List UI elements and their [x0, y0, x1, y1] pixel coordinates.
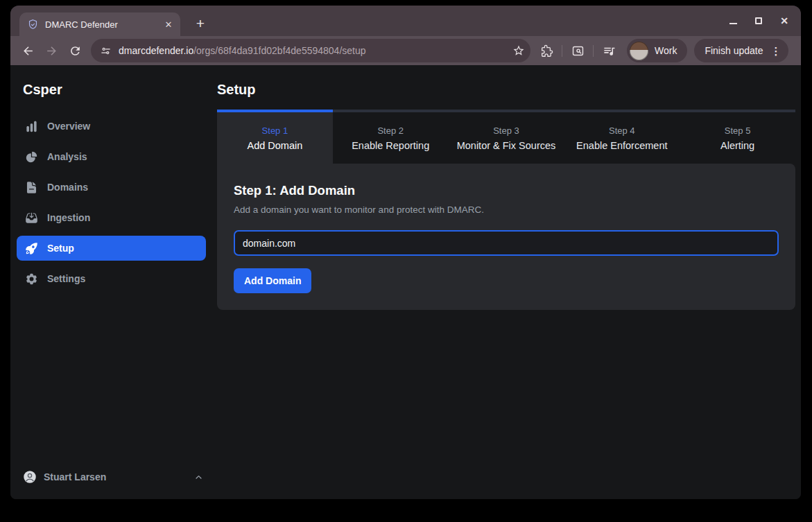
sidebar-item-label: Setup	[47, 243, 74, 254]
finish-update-label: Finish update	[705, 45, 763, 56]
bar-chart-icon	[25, 120, 38, 133]
sidebar-item-domains[interactable]: Domains	[17, 175, 206, 200]
site-info-icon[interactable]	[100, 45, 112, 57]
step-label: Alerting	[720, 140, 754, 151]
sidebar-item-settings[interactable]: Settings	[17, 266, 206, 291]
reload-button[interactable]	[63, 39, 87, 62]
browser-toolbar: dmarcdefender.io/orgs/68f4da91fd02bf4de5…	[10, 36, 801, 65]
tab-step-1-add-domain[interactable]: Step 1 Add Domain	[217, 110, 333, 164]
media-queue-icon	[603, 44, 616, 58]
add-domain-card: Step 1: Add Domain Add a domain you want…	[217, 164, 795, 310]
window-close-button[interactable]: ✕	[779, 15, 790, 26]
sidebar-item-label: Settings	[47, 273, 85, 284]
main-content: Setup Step 1 Add Domain Step 2 Enable Re…	[217, 65, 801, 499]
card-heading: Step 1: Add Domain	[234, 183, 779, 198]
toolbar-divider	[562, 45, 562, 57]
finish-update-button[interactable]: Finish update ⋮	[694, 39, 788, 62]
document-icon	[25, 181, 38, 194]
puzzle-icon	[540, 44, 553, 58]
reload-icon	[69, 44, 82, 58]
window-controls: ✕	[727, 6, 790, 36]
tab-close-icon[interactable]: ✕	[162, 18, 175, 31]
side-panel-button[interactable]	[566, 39, 589, 62]
tab-title: DMARC Defender	[45, 19, 156, 30]
maximize-button[interactable]	[753, 15, 764, 26]
step-number: Step 3	[493, 125, 519, 136]
sidebar-item-analysis[interactable]: Analysis	[17, 144, 206, 169]
pie-chart-icon	[25, 150, 38, 164]
step-number: Step 1	[262, 125, 288, 136]
tab-step-2-enable-reporting[interactable]: Step 2 Enable Reporting	[333, 110, 449, 164]
app-page: Csper Overview Analysis Domains Ingestio…	[10, 65, 801, 499]
sidebar-item-label: Domains	[47, 182, 88, 193]
sidebar-item-ingestion[interactable]: Ingestion	[17, 205, 206, 230]
tab-step-3-monitor-fix-sources[interactable]: Step 3 Monitor & Fix Sources	[449, 110, 564, 164]
profile-button[interactable]: Work	[627, 39, 687, 62]
browser-tab[interactable]: DMARC Defender ✕	[19, 12, 180, 36]
browser-menu-icon[interactable]: ⋮	[770, 46, 781, 56]
shield-favicon	[27, 19, 39, 31]
sidebar-item-setup[interactable]: Setup	[17, 236, 206, 261]
url-bar[interactable]: dmarcdefender.io/orgs/68f4da91fd02bf4de5…	[91, 39, 530, 62]
forward-button[interactable]	[40, 39, 63, 62]
step-tabs: Step 1 Add Domain Step 2 Enable Reportin…	[217, 110, 795, 164]
url-domain: dmarcdefender.io	[119, 45, 193, 56]
url-path: /orgs/68f4da91fd02bf4de5594804/setup	[193, 45, 365, 56]
browser-window: DMARC Defender ✕ + ✕ dmarcdefender.io/or…	[10, 6, 801, 499]
brand-title: Csper	[10, 82, 217, 98]
domain-input[interactable]	[234, 230, 779, 256]
tab-step-5-alerting[interactable]: Step 5 Alerting	[680, 110, 795, 164]
minimize-button[interactable]	[727, 15, 738, 26]
step-label: Add Domain	[248, 140, 303, 151]
user-avatar	[23, 470, 37, 484]
add-domain-button[interactable]: Add Domain	[234, 268, 311, 293]
card-description: Add a domain you want to monitor and pro…	[234, 205, 779, 215]
user-menu[interactable]: Stuart Larsen	[10, 470, 217, 484]
toolbar-divider	[593, 45, 594, 57]
rocket-icon	[25, 242, 38, 255]
inbox-icon	[25, 211, 38, 225]
new-tab-button[interactable]: +	[191, 14, 210, 33]
page-title: Setup	[217, 82, 795, 98]
step-number: Step 2	[377, 125, 404, 136]
sidebar-item-label: Overview	[47, 121, 90, 132]
back-button[interactable]	[16, 39, 40, 62]
user-name: Stuart Larsen	[44, 471, 106, 482]
step-label: Enable Reporting	[352, 140, 429, 151]
chevron-up-icon[interactable]	[193, 472, 204, 482]
sidebar-nav: Overview Analysis Domains Ingestion Setu	[10, 114, 217, 291]
sidebar-item-label: Ingestion	[47, 212, 90, 223]
gear-icon	[25, 272, 38, 286]
media-controls-button[interactable]	[597, 39, 621, 62]
bookmark-star-icon[interactable]	[512, 44, 525, 57]
step-number: Step 5	[725, 125, 751, 136]
profile-label: Work	[655, 45, 677, 56]
forward-arrow-icon	[45, 44, 58, 58]
sidebar-item-overview[interactable]: Overview	[17, 114, 206, 139]
step-label: Enable Enforcement	[576, 140, 667, 151]
back-arrow-icon	[21, 44, 35, 58]
step-number: Step 4	[609, 125, 635, 136]
tab-strip: DMARC Defender ✕ + ✕	[10, 6, 801, 36]
url-text: dmarcdefender.io/orgs/68f4da91fd02bf4de5…	[119, 45, 506, 56]
side-panel-search-icon	[571, 44, 585, 58]
profile-avatar	[630, 42, 648, 60]
sidebar: Csper Overview Analysis Domains Ingestio…	[10, 65, 217, 499]
tab-step-4-enable-enforcement[interactable]: Step 4 Enable Enforcement	[564, 110, 680, 164]
sidebar-item-label: Analysis	[47, 151, 87, 162]
extensions-button[interactable]	[535, 39, 558, 62]
step-label: Monitor & Fix Sources	[457, 140, 556, 151]
